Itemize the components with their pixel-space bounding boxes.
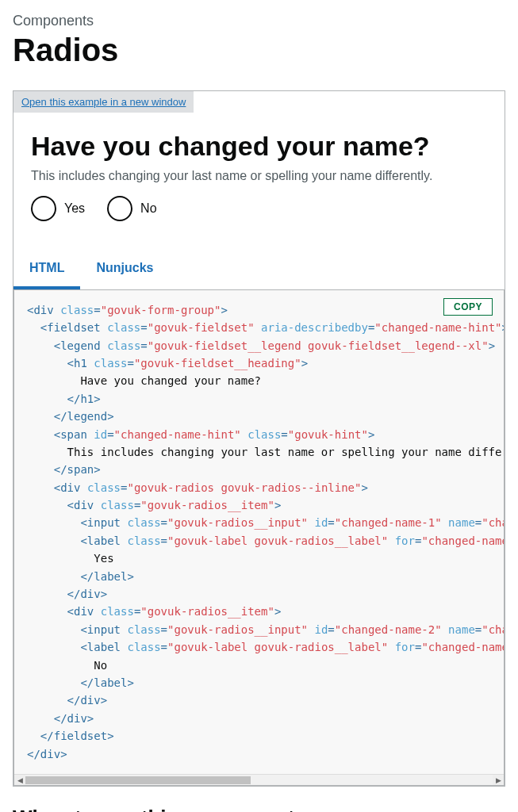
horizontal-scrollbar[interactable]: ◀ ▶ xyxy=(14,774,504,785)
code-panel: COPY <div class="govuk-form-group"> <fie… xyxy=(13,290,505,786)
radio-option-yes[interactable]: Yes xyxy=(31,196,85,221)
radios-inline-group: Yes No xyxy=(31,196,487,221)
breadcrumb: Components xyxy=(13,13,505,29)
example-hint-text: This includes changing your last name or… xyxy=(31,169,487,183)
scroll-right-icon[interactable]: ▶ xyxy=(493,775,504,786)
example-preview: Have you changed your name? This include… xyxy=(13,113,505,250)
radio-option-no[interactable]: No xyxy=(107,196,156,221)
radio-circle-icon xyxy=(107,196,132,221)
scrollbar-thumb[interactable] xyxy=(25,776,251,784)
code-tabs: HTML Nunjucks xyxy=(13,250,505,290)
radio-circle-icon xyxy=(31,196,56,221)
page-title: Radios xyxy=(13,33,505,68)
code-block: <div class="govuk-form-group"> <fieldset… xyxy=(14,290,504,774)
example-container: Open this example in a new window Have y… xyxy=(13,90,505,787)
scroll-left-icon[interactable]: ◀ xyxy=(14,775,25,786)
open-example-link[interactable]: Open this example in a new window xyxy=(13,91,194,113)
tab-html[interactable]: HTML xyxy=(13,250,80,289)
example-question-heading: Have you changed your name? xyxy=(31,130,487,163)
copy-button[interactable]: COPY xyxy=(443,298,493,316)
radio-label: No xyxy=(140,201,156,216)
radio-label: Yes xyxy=(64,201,85,216)
when-to-use-heading: When to use this component xyxy=(13,806,505,812)
tab-nunjucks[interactable]: Nunjucks xyxy=(80,250,169,289)
